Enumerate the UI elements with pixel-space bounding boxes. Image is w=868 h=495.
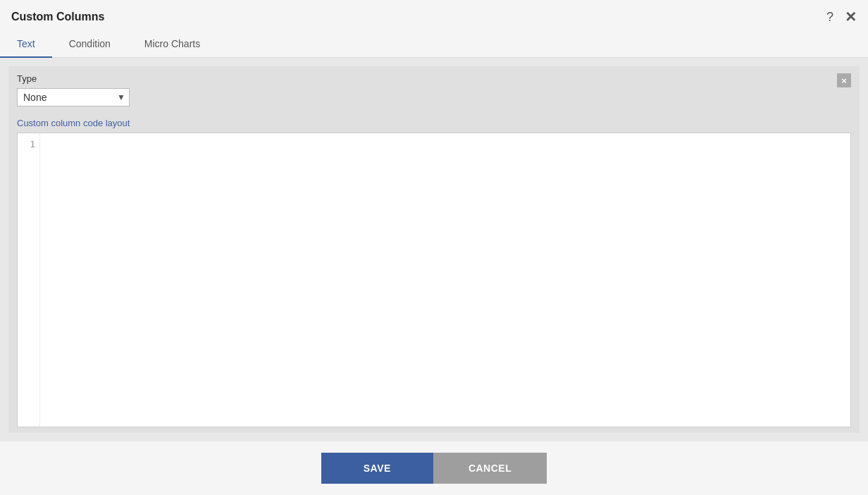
code-input[interactable] bbox=[40, 133, 850, 427]
tab-bar: Text Condition Micro Charts bbox=[0, 31, 868, 58]
code-section: Custom column code layout 1 bbox=[8, 114, 860, 433]
content-area: Type None ▼ × Custom column code layout … bbox=[0, 58, 868, 441]
tab-micro-charts[interactable]: Micro Charts bbox=[128, 31, 217, 58]
tab-text[interactable]: Text bbox=[0, 31, 52, 58]
type-select[interactable]: None bbox=[17, 88, 130, 106]
dialog-footer: SAVE CANCEL bbox=[0, 441, 868, 495]
close-icon[interactable]: ✕ bbox=[845, 8, 857, 25]
type-select-wrapper: None ▼ bbox=[17, 88, 130, 106]
help-icon[interactable]: ? bbox=[826, 10, 833, 25]
type-label: Type bbox=[17, 73, 130, 84]
dialog-title: Custom Columns bbox=[11, 11, 104, 23]
type-clear-button[interactable]: × bbox=[837, 73, 851, 87]
code-editor: 1 bbox=[17, 133, 851, 427]
line-numbers: 1 bbox=[18, 133, 40, 427]
tab-condition[interactable]: Condition bbox=[52, 31, 128, 58]
type-section: Type None ▼ × bbox=[8, 66, 860, 114]
save-button[interactable]: SAVE bbox=[321, 453, 433, 484]
code-layout-label: Custom column code layout bbox=[17, 118, 851, 128]
cancel-button[interactable]: CANCEL bbox=[433, 453, 547, 484]
